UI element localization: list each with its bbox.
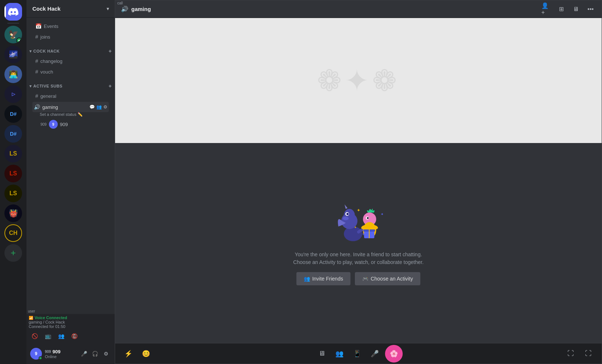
voice-screen-btn[interactable]: 📺 — [42, 330, 54, 342]
chat-icon[interactable]: 💬 — [89, 104, 95, 110]
mute-icon: 🚫 — [32, 333, 38, 339]
toolbar-fullscreen-btn[interactable]: ⛶ — [581, 346, 596, 361]
more-options-btn[interactable]: ••• — [585, 4, 596, 14]
voice-users-btn[interactable]: 👥 — [55, 330, 67, 342]
server-header[interactable]: Cock Hack ▾ — [26, 0, 115, 18]
category-add-icon[interactable]: + — [108, 83, 112, 89]
channel-status[interactable]: Set a channel status ✏️ — [32, 112, 109, 118]
user-area-label: user — [26, 308, 115, 314]
grid-icon: ⊞ — [559, 6, 564, 13]
hash-icon: # — [35, 93, 38, 99]
sidebar-channels: 📅 Events # joins ▾ COCK HACK + # changel… — [26, 18, 115, 308]
user-names: 909 909 Online — [45, 349, 76, 359]
user-controls: 🎤 🎧 ⚙ — [79, 349, 111, 359]
sidebar-item-changelog[interactable]: # changelog — [29, 56, 112, 66]
nav-item-1[interactable]: ● 🦅 — [4, 26, 22, 43]
invite-icon[interactable]: 👥 — [96, 104, 102, 110]
toolbar-deafen-btn[interactable]: ⚡ — [121, 346, 136, 361]
nav-separator — [7, 23, 19, 24]
svg-text:✦: ✦ — [381, 212, 384, 216]
sidebar-item-label: joins — [40, 34, 50, 40]
nav-bar: ● 🦅 🌌 👨‍💻 ▷ D# D# LS LS LS 👹 CH + — [0, 0, 26, 364]
voice-channel-icon: 🔊 — [121, 6, 128, 13]
voice-signal-icon: 📶 — [29, 316, 33, 320]
user-tag: Online — [45, 354, 76, 359]
toolbar-emoji-btn[interactable]: 😊 — [139, 346, 153, 361]
user-avatar-container: 9 — [30, 348, 42, 360]
nav-item-7[interactable]: LS — [4, 145, 22, 163]
nav-item-5[interactable]: D# — [4, 105, 22, 123]
activity-icon: 🎮 — [362, 276, 368, 282]
server-sidebar: Cock Hack ▾ 📅 Events # joins ▾ COCK HACK… — [26, 0, 115, 364]
sidebar-item-label: vouch — [40, 69, 53, 75]
user-area: user 📶 Voice Connected gaming / Cock Hac… — [26, 308, 115, 364]
call-section-label: call — [115, 0, 125, 6]
events-icon: 📅 — [35, 23, 42, 29]
sidebar-item-joins[interactable]: # joins — [29, 32, 112, 42]
disconnect-icon: 📵 — [71, 333, 78, 339]
hash-icon: # — [35, 34, 38, 40]
voice-icon: 🔊 — [34, 104, 40, 110]
toolbar-mic-btn[interactable]: 🎤 — [367, 346, 382, 361]
toolbar-expand-btn[interactable]: ⛶ — [563, 346, 578, 361]
screen-view-icon: 📱 — [353, 350, 361, 358]
settings-icon: ⚙ — [104, 351, 108, 357]
toolbar-active-btn[interactable]: 🌸 — [385, 345, 403, 363]
voice-channel-row[interactable]: 🔊 gaming 💬 👥 ⚙ — [32, 102, 109, 112]
nav-item-ch[interactable]: CH — [4, 224, 22, 242]
hash-icon: # — [35, 69, 38, 75]
voice-connected-banner: 📶 Voice Connected gaming / Cock Hack Con… — [26, 314, 115, 343]
nav-item-10[interactable]: 👹 — [4, 204, 22, 222]
toolbar-left: ⚡ 😊 — [121, 346, 153, 361]
svg-point-12 — [367, 217, 368, 219]
category-chevron-icon: ▾ — [29, 49, 32, 54]
settings-icon[interactable]: ⚙ — [103, 104, 107, 110]
call-channel-name: gaming — [131, 6, 151, 12]
voice-channel-gaming[interactable]: 🔊 gaming 💬 👥 ⚙ Set a channel status ✏️ 9… — [29, 101, 112, 131]
voice-user-909[interactable]: 909 9 909 — [32, 118, 109, 130]
add-user-btn[interactable]: 👤+ — [541, 4, 552, 14]
nav-item-2[interactable]: 🌌 — [4, 46, 22, 63]
nav-item-9[interactable]: LS — [4, 185, 22, 202]
voice-disconnect-btn[interactable]: 📵 — [68, 330, 80, 342]
video-placeholder-text: ❁✦❁ — [317, 64, 400, 98]
mic-icon: 🎤 — [371, 350, 379, 358]
call-header-left: 🔊 gaming — [121, 6, 151, 13]
sidebar-item-vouch[interactable]: # vouch — [29, 67, 112, 77]
invite-area: ✦ ✦ ✦ You're the only one here. Invite a… — [115, 143, 602, 343]
category-add-icon[interactable]: + — [108, 48, 112, 54]
nav-item-6[interactable]: D# — [4, 125, 22, 143]
toolbar-screen-view-btn[interactable]: 📱 — [350, 346, 364, 361]
user-status-dot — [39, 356, 42, 360]
sidebar-item-general[interactable]: # general — [29, 91, 112, 101]
toolbar-participants-btn[interactable]: 👥 — [332, 346, 347, 361]
mic-icon: 🎤 — [81, 351, 87, 357]
sidebar-item-events[interactable]: 📅 Events — [29, 21, 112, 31]
category-active-subs[interactable]: ▾ ACTIVE SUBS + — [26, 77, 115, 90]
sidebar-item-label: Events — [44, 24, 58, 29]
invite-friends-button[interactable]: 👥 Invite Friends — [296, 272, 350, 285]
toolbar-screen-share-btn[interactable]: 🖥 — [314, 346, 329, 361]
call-header-right: 👤+ ⊞ 🖥 ••• — [541, 4, 596, 14]
category-left: ▾ COCK HACK — [29, 49, 60, 54]
nav-item-4[interactable]: ▷ — [4, 85, 22, 103]
choose-activity-button[interactable]: 🎮 Choose an Activity — [355, 272, 420, 285]
invite-buttons: 👥 Invite Friends 🎮 Choose an Activity — [296, 272, 420, 285]
settings-ctrl-btn[interactable]: ⚙ — [101, 349, 111, 359]
voice-mute-btn[interactable]: 🚫 — [29, 330, 40, 342]
screen-view-btn[interactable]: 🖥 — [571, 4, 581, 14]
category-chevron-icon: ▾ — [29, 84, 32, 89]
voice-chip: 909 — [40, 122, 47, 126]
voice-user-name: 909 — [60, 122, 68, 127]
nav-item-discord[interactable] — [4, 3, 22, 21]
mic-ctrl-btn[interactable]: 🎤 — [79, 349, 89, 359]
user-display-name: 909 909 — [45, 349, 76, 354]
category-cock-hack[interactable]: ▾ COCK HACK + — [26, 42, 115, 56]
grid-view-btn[interactable]: ⊞ — [556, 4, 566, 14]
nav-item-3[interactable]: 👨‍💻 — [4, 65, 22, 83]
nav-add-button[interactable]: + — [4, 244, 22, 262]
deafen-icon: ⚡ — [124, 350, 132, 358]
users-icon: 👥 — [58, 333, 64, 339]
headset-ctrl-btn[interactable]: 🎧 — [90, 349, 100, 359]
nav-item-8[interactable]: LS — [4, 165, 22, 182]
